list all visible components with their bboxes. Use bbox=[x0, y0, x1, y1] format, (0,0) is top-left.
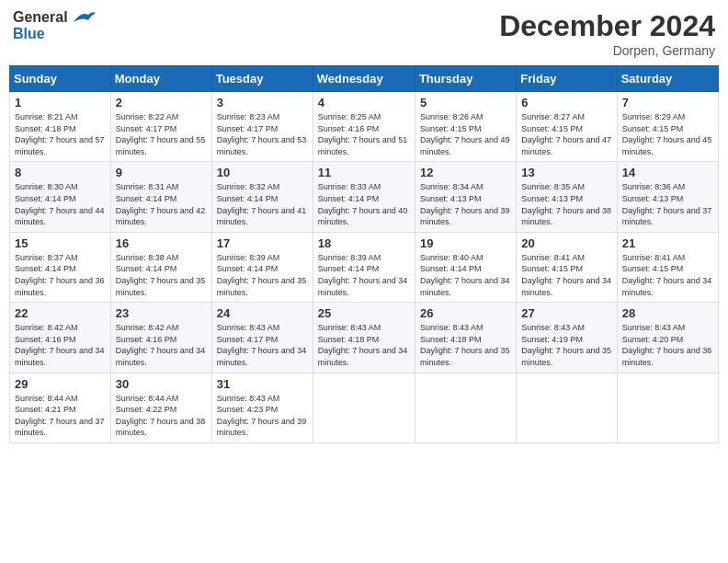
day-number: 23 bbox=[116, 306, 207, 320]
daylight-text: Daylight: 7 hours and 34 minutes. bbox=[318, 346, 408, 367]
day-details: Sunrise: 8:33 AM Sunset: 4:14 PM Dayligh… bbox=[318, 181, 410, 227]
calendar-day-cell: 20 Sunrise: 8:41 AM Sunset: 4:15 PM Dayl… bbox=[517, 232, 617, 302]
daylight-text: Daylight: 7 hours and 34 minutes. bbox=[420, 276, 510, 297]
calendar-day-cell: 28 Sunrise: 8:43 AM Sunset: 4:20 PM Dayl… bbox=[617, 303, 718, 373]
sunrise-text: Sunrise: 8:44 AM bbox=[15, 394, 78, 403]
daylight-text: Daylight: 7 hours and 45 minutes. bbox=[622, 135, 712, 156]
daylight-text: Daylight: 7 hours and 35 minutes. bbox=[521, 346, 611, 367]
sunrise-text: Sunrise: 8:25 AM bbox=[318, 112, 381, 121]
day-number: 31 bbox=[217, 377, 308, 391]
sunrise-text: Sunrise: 8:43 AM bbox=[521, 323, 585, 332]
day-details: Sunrise: 8:43 AM Sunset: 4:20 PM Dayligh… bbox=[622, 322, 713, 368]
calendar-day-cell: 27 Sunrise: 8:43 AM Sunset: 4:19 PM Dayl… bbox=[517, 303, 617, 373]
sunrise-text: Sunrise: 8:39 AM bbox=[217, 253, 280, 262]
calendar-day-cell: 10 Sunrise: 8:32 AM Sunset: 4:14 PM Dayl… bbox=[211, 162, 313, 232]
day-details: Sunrise: 8:43 AM Sunset: 4:23 PM Dayligh… bbox=[217, 393, 308, 439]
calendar-day-cell: 5 Sunrise: 8:26 AM Sunset: 4:15 PM Dayli… bbox=[415, 92, 516, 162]
sunset-text: Sunset: 4:19 PM bbox=[521, 335, 583, 344]
sunrise-text: Sunrise: 8:42 AM bbox=[116, 323, 179, 332]
calendar-week-row: 22 Sunrise: 8:42 AM Sunset: 4:16 PM Dayl… bbox=[10, 303, 719, 373]
day-number: 24 bbox=[217, 306, 308, 320]
calendar-week-row: 15 Sunrise: 8:37 AM Sunset: 4:14 PM Dayl… bbox=[10, 232, 719, 302]
daylight-text: Daylight: 7 hours and 34 minutes. bbox=[622, 276, 712, 297]
sunrise-text: Sunrise: 8:38 AM bbox=[116, 253, 179, 262]
sunset-text: Sunset: 4:14 PM bbox=[217, 194, 279, 203]
calendar-day-cell: 24 Sunrise: 8:43 AM Sunset: 4:17 PM Dayl… bbox=[211, 303, 313, 373]
calendar-day-cell: 13 Sunrise: 8:35 AM Sunset: 4:13 PM Dayl… bbox=[517, 162, 617, 232]
day-details: Sunrise: 8:26 AM Sunset: 4:15 PM Dayligh… bbox=[420, 111, 511, 157]
day-details: Sunrise: 8:39 AM Sunset: 4:14 PM Dayligh… bbox=[217, 252, 308, 298]
sunrise-text: Sunrise: 8:21 AM bbox=[15, 112, 78, 121]
day-details: Sunrise: 8:21 AM Sunset: 4:18 PM Dayligh… bbox=[15, 111, 106, 157]
sunset-text: Sunset: 4:14 PM bbox=[318, 264, 380, 273]
sunset-text: Sunset: 4:15 PM bbox=[521, 264, 583, 273]
daylight-text: Daylight: 7 hours and 55 minutes. bbox=[116, 135, 206, 156]
sunrise-text: Sunrise: 8:44 AM bbox=[116, 394, 179, 403]
calendar-day-cell: 4 Sunrise: 8:25 AM Sunset: 4:16 PM Dayli… bbox=[313, 92, 415, 162]
day-number: 10 bbox=[217, 166, 308, 179]
sunrise-text: Sunrise: 8:22 AM bbox=[116, 112, 179, 121]
daylight-text: Daylight: 7 hours and 53 minutes. bbox=[217, 135, 307, 156]
day-details: Sunrise: 8:32 AM Sunset: 4:14 PM Dayligh… bbox=[217, 181, 308, 227]
sunrise-text: Sunrise: 8:42 AM bbox=[15, 323, 78, 332]
day-number: 21 bbox=[622, 236, 713, 250]
day-details: Sunrise: 8:41 AM Sunset: 4:15 PM Dayligh… bbox=[521, 252, 611, 298]
day-number: 22 bbox=[15, 306, 106, 320]
day-number: 25 bbox=[318, 306, 410, 320]
calendar-day-cell: 1 Sunrise: 8:21 AM Sunset: 4:18 PM Dayli… bbox=[10, 92, 111, 162]
sunrise-text: Sunrise: 8:36 AM bbox=[622, 182, 686, 191]
calendar-day-cell bbox=[415, 373, 516, 442]
day-details: Sunrise: 8:23 AM Sunset: 4:17 PM Dayligh… bbox=[217, 111, 308, 157]
day-number: 17 bbox=[217, 236, 308, 250]
calendar-day-cell: 30 Sunrise: 8:44 AM Sunset: 4:22 PM Dayl… bbox=[110, 373, 211, 442]
day-number: 3 bbox=[217, 96, 308, 109]
day-number: 20 bbox=[521, 236, 611, 250]
sunrise-text: Sunrise: 8:29 AM bbox=[622, 112, 686, 121]
sunrise-text: Sunrise: 8:33 AM bbox=[318, 182, 381, 191]
calendar-day-cell: 17 Sunrise: 8:39 AM Sunset: 4:14 PM Dayl… bbox=[211, 232, 313, 302]
daylight-text: Daylight: 7 hours and 34 minutes. bbox=[15, 346, 105, 367]
calendar-header-row: SundayMondayTuesdayWednesdayThursdayFrid… bbox=[10, 66, 719, 92]
daylight-text: Daylight: 7 hours and 34 minutes. bbox=[116, 346, 206, 367]
calendar-day-cell: 21 Sunrise: 8:41 AM Sunset: 4:15 PM Dayl… bbox=[617, 232, 718, 302]
day-details: Sunrise: 8:29 AM Sunset: 4:15 PM Dayligh… bbox=[622, 111, 713, 157]
sunset-text: Sunset: 4:15 PM bbox=[622, 264, 684, 273]
calendar-day-cell: 11 Sunrise: 8:33 AM Sunset: 4:14 PM Dayl… bbox=[313, 162, 415, 232]
sunset-text: Sunset: 4:18 PM bbox=[420, 335, 482, 344]
day-number: 12 bbox=[420, 166, 511, 179]
daylight-text: Daylight: 7 hours and 51 minutes. bbox=[318, 135, 408, 156]
day-number: 30 bbox=[116, 377, 207, 391]
sunrise-text: Sunrise: 8:43 AM bbox=[217, 323, 280, 332]
calendar-day-cell: 14 Sunrise: 8:36 AM Sunset: 4:13 PM Dayl… bbox=[617, 162, 718, 232]
day-details: Sunrise: 8:30 AM Sunset: 4:14 PM Dayligh… bbox=[15, 181, 106, 227]
sunset-text: Sunset: 4:16 PM bbox=[116, 335, 177, 344]
sunrise-text: Sunrise: 8:30 AM bbox=[15, 182, 78, 191]
day-details: Sunrise: 8:31 AM Sunset: 4:14 PM Dayligh… bbox=[116, 181, 207, 227]
logo-bird-icon bbox=[70, 9, 96, 26]
calendar-day-cell: 12 Sunrise: 8:34 AM Sunset: 4:13 PM Dayl… bbox=[415, 162, 516, 232]
sunset-text: Sunset: 4:23 PM bbox=[217, 405, 279, 414]
calendar-day-cell: 16 Sunrise: 8:38 AM Sunset: 4:14 PM Dayl… bbox=[110, 232, 211, 302]
day-number: 13 bbox=[521, 166, 611, 179]
daylight-text: Daylight: 7 hours and 40 minutes. bbox=[318, 206, 408, 227]
page-header: General Blue December 2024 Dorpen, Germa… bbox=[9, 9, 719, 58]
calendar-day-header: Wednesday bbox=[313, 66, 415, 92]
day-number: 15 bbox=[15, 236, 106, 250]
sunset-text: Sunset: 4:13 PM bbox=[622, 194, 684, 203]
sunset-text: Sunset: 4:21 PM bbox=[15, 405, 76, 414]
day-number: 19 bbox=[420, 236, 511, 250]
day-number: 9 bbox=[116, 166, 207, 179]
sunset-text: Sunset: 4:16 PM bbox=[318, 124, 380, 133]
sunrise-text: Sunrise: 8:43 AM bbox=[622, 323, 686, 332]
daylight-text: Daylight: 7 hours and 34 minutes. bbox=[318, 276, 408, 297]
sunset-text: Sunset: 4:14 PM bbox=[318, 194, 380, 203]
day-details: Sunrise: 8:44 AM Sunset: 4:22 PM Dayligh… bbox=[116, 393, 207, 439]
calendar-day-cell: 18 Sunrise: 8:39 AM Sunset: 4:14 PM Dayl… bbox=[313, 232, 415, 302]
sunrise-text: Sunrise: 8:43 AM bbox=[420, 323, 483, 332]
sunset-text: Sunset: 4:18 PM bbox=[318, 335, 380, 344]
sunset-text: Sunset: 4:14 PM bbox=[116, 264, 177, 273]
sunset-text: Sunset: 4:14 PM bbox=[217, 264, 279, 273]
daylight-text: Daylight: 7 hours and 44 minutes. bbox=[15, 206, 105, 227]
sunrise-text: Sunrise: 8:26 AM bbox=[420, 112, 483, 121]
daylight-text: Daylight: 7 hours and 39 minutes. bbox=[420, 206, 510, 227]
